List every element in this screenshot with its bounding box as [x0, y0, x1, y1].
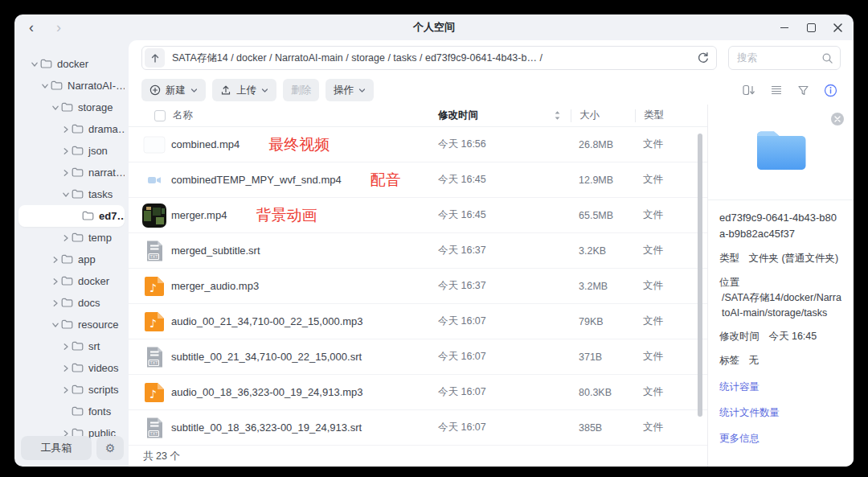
minimize-icon[interactable] — [780, 23, 789, 32]
details-location-label: 位置 — [719, 275, 836, 290]
audio-icon: ♪ — [142, 274, 166, 298]
maximize-icon[interactable] — [806, 23, 816, 32]
actions-button[interactable]: 操作 — [326, 79, 374, 101]
search-input[interactable] — [737, 52, 821, 64]
folder-icon — [72, 406, 84, 417]
folder-icon — [72, 167, 84, 178]
table-row[interactable]: merger.mp4 背景动画 今天 16:45 65.5MB 文件 — [129, 198, 707, 233]
file-type: 文件 — [635, 315, 707, 328]
tree-chevron-icon[interactable] — [50, 299, 61, 307]
sidebar-tree-item[interactable]: docs — [18, 292, 125, 314]
table-row[interactable]: ♪ audio_00_21_34,710-00_22_15,000.mp3 今天… — [129, 304, 707, 339]
sidebar-tree-item[interactable]: tasks — [18, 183, 125, 205]
filter-icon[interactable] — [797, 84, 809, 97]
file-modified: 今天 16:37 — [438, 279, 571, 293]
up-arrow-icon[interactable] — [145, 48, 165, 68]
path-bar[interactable]: SATA存储14 / docker / NarratoAI-main / sto… — [141, 46, 717, 70]
sidebar-tree-item[interactable]: docker — [18, 53, 125, 75]
tree-chevron-icon[interactable] — [60, 147, 72, 155]
sidebar-tree-item[interactable]: NarratoAI-… — [18, 75, 125, 97]
sidebar-tree-item[interactable]: temp — [18, 227, 125, 249]
sidebar-tree-item[interactable]: ed7… — [18, 205, 125, 227]
search-icon[interactable] — [821, 52, 833, 64]
tree-chevron-icon[interactable] — [50, 278, 61, 286]
sidebar-tree-item[interactable]: app — [18, 249, 125, 270]
tree-chevron-icon[interactable] — [60, 169, 72, 177]
breadcrumb[interactable]: SATA存储14 / docker / NarratoAI-main / sto… — [172, 51, 697, 65]
sidebar-tree-item[interactable]: drama… — [18, 118, 125, 140]
folder-icon — [40, 59, 53, 69]
stat-filecount-link[interactable]: 统计文件数量 — [719, 406, 842, 420]
sidebar: docker NarratoAI-… storage drama… js — [14, 40, 129, 467]
tree-chevron-icon[interactable] — [50, 321, 61, 329]
tree-chevron-icon[interactable] — [39, 82, 51, 90]
delete-button[interactable]: 删除 — [283, 79, 319, 101]
details-tag-value: 无 — [748, 355, 759, 366]
file-modified: 今天 16:07 — [438, 350, 571, 364]
column-header-modified[interactable]: 修改时间 — [438, 109, 571, 122]
tree-chevron-icon[interactable] — [60, 386, 72, 394]
sidebar-tree-item[interactable]: storage — [18, 97, 125, 118]
sidebar-tree-item[interactable]: videos — [18, 357, 125, 379]
file-size: 12.9MB — [571, 175, 635, 186]
svg-text:TXT: TXT — [150, 360, 159, 365]
table-row[interactable]: TXT subtitle_00_21_34,710-00_22_15,000.s… — [129, 339, 707, 375]
chevron-down-icon — [261, 87, 268, 94]
toolbox-button[interactable]: 工具箱 — [21, 436, 92, 460]
sidebar-tree-item[interactable]: narrat… — [18, 162, 125, 183]
sort-icon[interactable] — [742, 84, 755, 97]
sidebar-tree-item[interactable]: docker — [18, 270, 125, 292]
table-row[interactable]: TXT subtitle_00_18_36,323-00_19_24,913.s… — [129, 410, 707, 446]
info-icon[interactable] — [824, 84, 837, 97]
tree-chevron-icon[interactable] — [60, 364, 72, 372]
table-row[interactable]: combinedTEMP_MPY_wvf_snd.mp4 配音 今天 16:45… — [129, 162, 707, 198]
action-toolbar: 新建 上传 删除 — [129, 76, 854, 105]
tree-chevron-icon[interactable] — [60, 343, 72, 351]
column-header-name[interactable]: 名称 — [173, 109, 193, 122]
close-icon[interactable] — [833, 23, 842, 32]
tree-item-label: videos — [88, 362, 119, 374]
tree-item-label: storage — [78, 101, 113, 113]
stat-capacity-link[interactable]: 统计容量 — [719, 380, 842, 394]
tree-chevron-icon[interactable] — [29, 60, 40, 68]
tree-chevron-icon[interactable] — [50, 256, 61, 264]
tree-chevron-icon[interactable] — [60, 234, 72, 242]
table-row[interactable]: combined.mp4 最终视频 今天 16:56 26.8MB 文件 — [129, 127, 707, 162]
svg-text:♪: ♪ — [149, 317, 157, 330]
upload-button[interactable]: 上传 — [212, 79, 276, 101]
tree-chevron-icon[interactable] — [50, 104, 61, 112]
main-area: SATA存储14 / docker / NarratoAI-main / sto… — [129, 40, 854, 467]
folder-icon — [61, 319, 74, 330]
refresh-icon[interactable] — [697, 51, 710, 64]
table-row[interactable]: ♪ merger_audio.mp3 今天 16:37 3.2MB 文件 — [129, 269, 707, 304]
gear-icon[interactable]: ⚙ — [96, 436, 124, 460]
details-modified-value: 今天 16:45 — [768, 331, 817, 342]
file-size: 3.2KB — [571, 245, 635, 257]
sidebar-tree-item[interactable]: scripts — [18, 379, 125, 401]
sidebar-tree-item[interactable]: fonts — [18, 401, 125, 422]
table-row[interactable]: TXT merged_subtitle.srt 今天 16:37 3.2KB 文… — [129, 233, 707, 269]
sidebar-tree-item[interactable]: json — [18, 140, 125, 162]
column-header-type[interactable]: 类型 — [635, 109, 707, 122]
sidebar-tree-item[interactable]: resource — [18, 314, 125, 335]
select-all-checkbox[interactable] — [154, 110, 166, 121]
table-header: 名称 修改时间 大小 类型 — [129, 105, 707, 127]
sort-arrows-icon[interactable] — [554, 110, 561, 121]
panel-close-icon[interactable] — [831, 113, 844, 125]
tree-item-label: narrat… — [88, 167, 125, 179]
tree-chevron-icon[interactable] — [60, 191, 72, 199]
tree-chevron-icon[interactable] — [60, 125, 72, 134]
file-name: audio_00_18_36,323-00_19_24,913.mp3 — [171, 386, 363, 398]
sidebar-tree-item[interactable]: srt — [18, 335, 125, 357]
column-header-size[interactable]: 大小 — [571, 109, 635, 122]
file-name: audio_00_21_34,710-00_22_15,000.mp3 — [171, 315, 363, 327]
folder-icon — [72, 124, 84, 134]
vertical-scrollbar[interactable] — [698, 134, 702, 417]
table-row[interactable]: ♪ audio_00_18_36,323-00_19_24,913.mp3 今天… — [129, 375, 707, 410]
list-view-icon[interactable] — [770, 84, 783, 97]
more-info-link[interactable]: 更多信息 — [719, 432, 842, 446]
tree-item-label: docker — [78, 275, 109, 287]
file-size: 26.8MB — [571, 139, 635, 150]
file-size: 3.2MB — [571, 281, 635, 292]
new-button[interactable]: 新建 — [141, 79, 206, 101]
